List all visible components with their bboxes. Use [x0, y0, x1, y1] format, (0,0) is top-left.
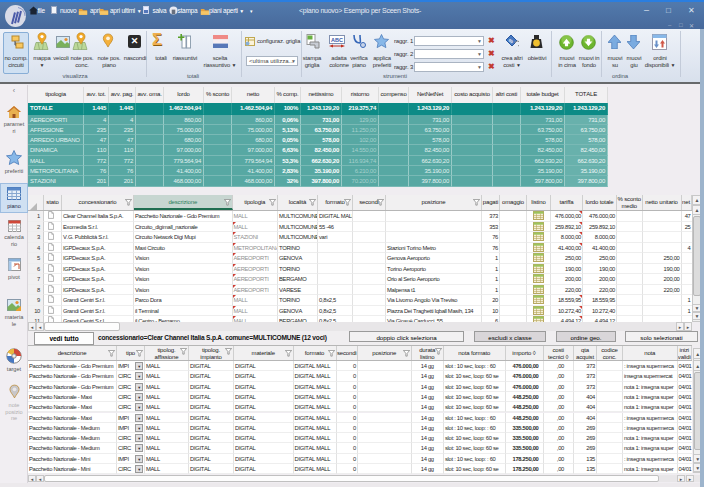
svg-text:ABC: ABC [331, 37, 343, 43]
